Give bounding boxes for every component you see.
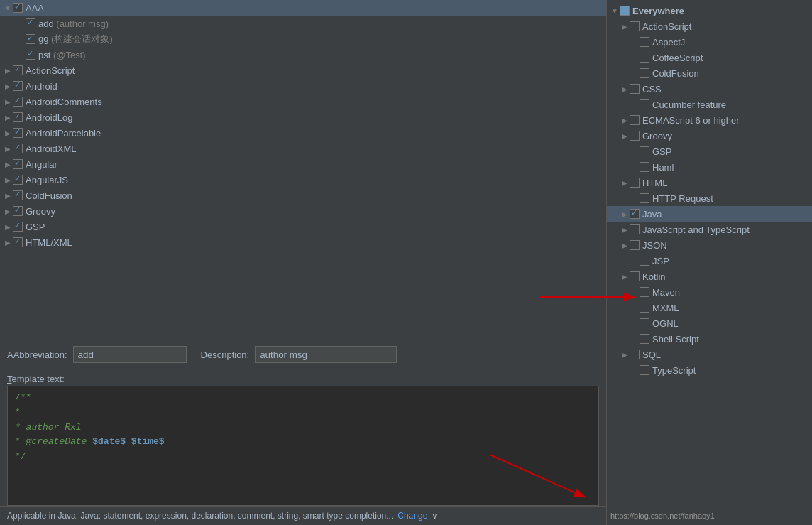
right-tree-item-ecmascript[interactable]: ▶ECMAScript 6 or higher — [607, 112, 812, 128]
left-tree-item-aaa-gg[interactable]: gg (构建会话对象) — [0, 31, 606, 47]
right-tree-item-typescript[interactable]: TypeScript — [607, 362, 812, 378]
fields-row: AAbbreviation: Description: — [0, 340, 606, 369]
left-tree-item-androidparcelable[interactable]: ▶AndroidParcelable — [0, 125, 606, 141]
checkbox[interactable] — [630, 209, 640, 219]
checkbox[interactable] — [13, 65, 23, 75]
left-tree-item-htmlxml[interactable]: ▶HTML/XML — [0, 234, 606, 250]
checkbox[interactable] — [13, 81, 23, 91]
left-tree-item-aaa-pst[interactable]: pst (@Test) — [0, 47, 606, 63]
checkbox[interactable] — [13, 222, 23, 232]
checkbox[interactable] — [630, 224, 640, 234]
item-label: ColdFusion — [652, 68, 699, 79]
change-link[interactable]: Change — [397, 511, 427, 521]
right-tree-item-aspectj[interactable]: AspectJ — [607, 34, 812, 50]
checkbox[interactable] — [13, 190, 23, 200]
abbreviation-input[interactable] — [73, 346, 187, 363]
left-tree-item-aaa-add[interactable]: add (author msg) — [0, 16, 606, 31]
item-label: JSON — [642, 240, 667, 251]
tree-area[interactable]: ▼AAAadd (author msg)gg (构建会话对象)pst (@Tes… — [0, 0, 606, 340]
applicable-text: Applicable in Java; Java: statement, exp… — [7, 511, 393, 521]
right-tree-item-coldfusion-r[interactable]: ColdFusion — [607, 65, 812, 81]
right-tree-item-shellscript[interactable]: Shell Script — [607, 331, 812, 347]
checkbox[interactable] — [640, 287, 649, 297]
right-tree-item-mxml[interactable]: MXML — [607, 300, 812, 315]
checkbox[interactable] — [26, 18, 35, 28]
checkbox[interactable] — [640, 146, 649, 156]
checkbox[interactable] — [630, 350, 640, 359]
item-label: JavaScript and TypeScript — [642, 224, 750, 235]
right-tree-item-maven[interactable]: Maven — [607, 284, 812, 300]
left-tree-item-angularjs[interactable]: ▶AngularJS — [0, 172, 606, 188]
right-tree-item-cucumber[interactable]: Cucumber feature — [607, 97, 812, 112]
checkbox[interactable] — [13, 206, 23, 216]
checkbox[interactable] — [13, 175, 23, 185]
checkbox[interactable] — [26, 50, 35, 60]
left-tree-item-angular[interactable]: ▶Angular — [0, 156, 606, 172]
checkbox[interactable] — [13, 237, 23, 247]
checkbox[interactable] — [13, 3, 23, 13]
expand-arrow: ▶ — [620, 210, 630, 218]
left-tree-item-androidlog[interactable]: ▶AndroidLog — [0, 109, 606, 125]
checkbox[interactable] — [640, 318, 649, 328]
expand-arrow: ▶ — [3, 192, 13, 200]
right-tree-item-html[interactable]: ▶HTML — [607, 175, 812, 190]
checkbox[interactable] — [630, 131, 640, 141]
right-tree-item-sql[interactable]: ▶SQL — [607, 347, 812, 362]
checkbox[interactable] — [630, 178, 640, 188]
checkbox[interactable] — [13, 128, 23, 138]
checkbox[interactable] — [640, 99, 649, 109]
right-tree-item-coffeescript[interactable]: CoffeeScript — [607, 50, 812, 65]
right-tree-item-httprequest[interactable]: HTTP Request — [607, 190, 812, 206]
root-checkbox[interactable] — [620, 6, 630, 16]
checkbox[interactable] — [630, 240, 640, 250]
right-tree-item-gsp-r[interactable]: GSP — [607, 144, 812, 159]
description-input[interactable] — [255, 346, 397, 363]
left-tree-item-gsp[interactable]: ▶GSP — [0, 219, 606, 234]
right-tree-item-javascript[interactable]: ▶JavaScript and TypeScript — [607, 222, 812, 237]
checkbox[interactable] — [630, 84, 640, 94]
checkbox[interactable] — [13, 112, 23, 122]
expand-arrow: ▶ — [3, 67, 13, 75]
checkbox[interactable] — [640, 303, 649, 313]
right-tree-item-java-r[interactable]: ▶Java — [607, 206, 812, 222]
left-tree-item-coldfusion[interactable]: ▶ColdFusion — [0, 188, 606, 203]
right-tree-item-ognl[interactable]: OGNL — [607, 315, 812, 331]
right-tree-item-haml[interactable]: Haml — [607, 159, 812, 175]
left-tree-item-actionscript[interactable]: ▶ActionScript — [0, 63, 606, 78]
item-label: JSP — [652, 256, 669, 266]
item-label: AngularJS — [26, 175, 68, 185]
checkbox[interactable] — [640, 193, 649, 203]
checkbox[interactable] — [640, 53, 649, 63]
right-tree-item-everywhere[interactable]: ▼Everywhere — [607, 3, 812, 18]
item-label: HTML — [642, 178, 667, 188]
checkbox[interactable] — [640, 365, 649, 375]
checkbox[interactable] — [630, 115, 640, 125]
right-tree-item-css[interactable]: ▶CSS — [607, 81, 812, 97]
checkbox[interactable] — [26, 34, 35, 44]
right-tree-item-jsp[interactable]: JSP — [607, 253, 812, 269]
checkbox[interactable] — [640, 334, 649, 344]
right-tree-item-groovy-r[interactable]: ▶Groovy — [607, 128, 812, 144]
expand-arrow: ▶ — [620, 23, 630, 31]
left-tree-item-android[interactable]: ▶Android — [0, 78, 606, 94]
applicable-bar: Applicable in Java; Java: statement, exp… — [0, 506, 606, 525]
checkbox[interactable] — [630, 271, 640, 281]
checkbox[interactable] — [13, 159, 23, 169]
checkbox[interactable] — [630, 21, 640, 31]
right-tree-item-kotlin[interactable]: ▶Kotlin — [607, 269, 812, 284]
checkbox[interactable] — [640, 256, 649, 266]
left-tree-item-androidcomments[interactable]: ▶AndroidComments — [0, 94, 606, 109]
right-panel[interactable]: ▼Everywhere▶ActionScriptAspectJCoffeeScr… — [607, 0, 812, 525]
right-tree-item-json[interactable]: ▶JSON — [607, 237, 812, 253]
item-label: Maven — [652, 287, 680, 298]
right-tree-item-actionscript[interactable]: ▶ActionScript — [607, 18, 812, 34]
checkbox[interactable] — [13, 144, 23, 153]
left-tree-item-groovy[interactable]: ▶Groovy — [0, 203, 606, 219]
checkbox[interactable] — [13, 97, 23, 107]
checkbox[interactable] — [640, 162, 649, 172]
left-tree-item-androidxml[interactable]: ▶AndroidXML — [0, 141, 606, 156]
checkbox[interactable] — [640, 37, 649, 47]
template-text-area[interactable]: /** * * author Rxl * @createDate $date$ … — [7, 386, 599, 506]
left-tree-item-aaa[interactable]: ▼AAA — [0, 0, 606, 16]
checkbox[interactable] — [640, 68, 649, 78]
